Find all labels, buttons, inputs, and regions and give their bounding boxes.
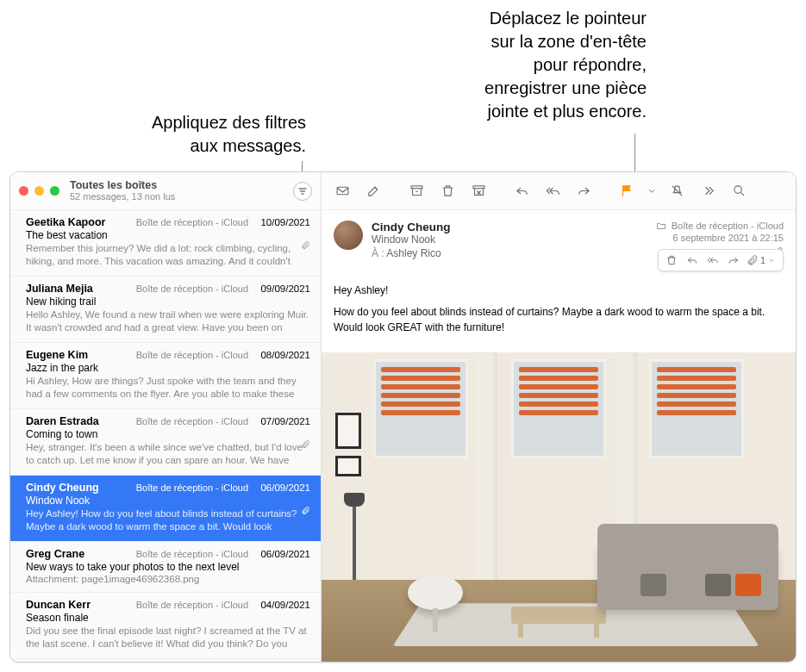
hover-action-toolbar: 1 [658, 249, 784, 271]
row-preview: Hey, stranger. It's been a while since w… [26, 441, 310, 467]
to-line: À : Ashley Rico [372, 247, 647, 259]
svg-rect-2 [473, 186, 484, 189]
row-date: 04/09/2021 [255, 600, 310, 610]
mark-read-button[interactable] [330, 179, 354, 203]
forward-button[interactable] [572, 179, 596, 203]
message-row[interactable]: Eugene Kim Boîte de réception - iCloud 0… [10, 659, 321, 662]
row-preview: Hey Ashley! How do you feel about blinds… [26, 507, 310, 533]
from-name: Cindy Cheung [372, 221, 647, 233]
mute-button[interactable] [665, 179, 689, 203]
paperclip-icon [301, 505, 310, 518]
message-row[interactable]: Greg Crane Boîte de réception - iCloud 0… [10, 542, 321, 593]
row-folder: Boîte de réception - iCloud [136, 600, 248, 610]
row-folder: Boîte de réception - iCloud [136, 482, 248, 493]
message-row[interactable]: Eugene Kim Boîte de réception - iCloud 0… [10, 343, 321, 409]
message-header: Cindy Cheung Window Nook À : Ashley Rico… [322, 210, 796, 266]
filter-icon [297, 186, 308, 196]
mail-window: Toutes les boîtes 52 messages, 13 non lu… [9, 171, 797, 663]
message-row[interactable]: Cindy Cheung Boîte de réception - iCloud… [10, 476, 321, 542]
zoom-window-button[interactable] [50, 186, 59, 196]
row-subject: Jazz in the park [26, 362, 310, 374]
header-subject: Window Nook [372, 233, 647, 246]
row-subject: Coming to town [26, 428, 310, 440]
window-controls [19, 186, 59, 196]
hover-reply-all-button[interactable] [703, 252, 722, 269]
message-row[interactable]: Duncan Kerr Boîte de réception - iCloud … [10, 593, 321, 659]
main-toolbar [322, 172, 796, 210]
row-subject: Window Nook [26, 495, 310, 507]
row-folder: Boîte de réception - iCloud [136, 350, 248, 360]
row-subject: Season finale [26, 612, 310, 624]
callout-filter: Appliquez des filtres aux messages. [103, 111, 306, 158]
hover-attachments-button[interactable]: 1 [745, 254, 779, 266]
row-preview: Did you see the final episode last night… [26, 625, 310, 650]
search-button[interactable] [727, 179, 751, 203]
body-greeting: Hey Ashley! [334, 283, 784, 298]
row-subject: The best vacation [26, 229, 310, 241]
row-sender: Eugene Kim [26, 349, 136, 361]
attachment-image[interactable] [322, 352, 796, 662]
minimize-window-button[interactable] [34, 186, 44, 196]
row-sender: Greg Crane [26, 548, 136, 560]
row-date: 06/09/2021 [255, 549, 310, 559]
message-folder-label: Boîte de réception - iCloud [672, 221, 784, 231]
reply-all-button[interactable] [540, 179, 565, 203]
sidebar-titlebar: Toutes les boîtes 52 messages, 13 non lu… [10, 172, 321, 210]
row-folder: Boîte de réception - iCloud [136, 283, 248, 294]
row-attachment-line: Attachment: page1image46962368.png [26, 574, 310, 584]
body-text: How do you feel about blinds instead of … [334, 305, 784, 335]
mailbox-info: Toutes les boîtes 52 messages, 13 non lu… [70, 179, 293, 202]
row-sender: Geetika Kapoor [26, 216, 136, 228]
hover-delete-button[interactable] [662, 252, 681, 269]
row-preview: Remember this journey? We did a lot: roc… [26, 242, 310, 268]
hover-attachment-count: 1 [760, 255, 765, 265]
message-row[interactable]: Juliana Mejia Boîte de réception - iClou… [10, 277, 321, 343]
message-list[interactable]: Geetika Kapoor Boîte de réception - iClo… [10, 210, 321, 662]
compose-button[interactable] [361, 179, 385, 203]
row-preview: Hi Ashley, How are things? Just spoke wi… [26, 375, 310, 401]
row-folder: Boîte de réception - iCloud [136, 217, 248, 227]
hover-reply-button[interactable] [683, 252, 702, 269]
paperclip-icon [301, 439, 310, 451]
row-sender: Juliana Mejia [26, 283, 136, 295]
mailbox-title: Toutes les boîtes [70, 179, 293, 191]
row-subject: New hiking trail [26, 296, 310, 308]
message-row[interactable]: Geetika Kapoor Boîte de réception - iClo… [10, 210, 321, 277]
row-date: 10/09/2021 [255, 217, 310, 227]
paperclip-icon [301, 240, 310, 252]
mailbox-subtitle: 52 messages, 13 non lus [70, 191, 293, 202]
row-date: 09/09/2021 [255, 283, 310, 294]
row-date: 08/09/2021 [255, 350, 310, 360]
junk-button[interactable] [466, 179, 490, 203]
hover-forward-button[interactable] [724, 252, 743, 269]
svg-rect-1 [411, 186, 422, 189]
message-datetime: 6 septembre 2021 à 22:15 [656, 233, 784, 243]
reading-pane: Cindy Cheung Window Nook À : Ashley Rico… [322, 172, 796, 662]
to-name: Ashley Rico [386, 247, 440, 259]
row-sender: Duncan Kerr [26, 599, 136, 611]
message-folder: Boîte de réception - iCloud [656, 221, 784, 231]
flag-button[interactable] [615, 179, 639, 203]
folder-icon [656, 221, 666, 231]
more-toolbar-button[interactable] [696, 179, 720, 203]
filter-button[interactable] [293, 182, 312, 201]
message-body: Hey Ashley! How do you feel about blinds… [322, 266, 796, 352]
row-sender: Cindy Cheung [26, 482, 136, 494]
row-date: 07/09/2021 [255, 416, 310, 426]
to-label: À : [372, 247, 384, 259]
row-date: 06/09/2021 [255, 482, 310, 493]
reply-button[interactable] [509, 179, 534, 203]
svg-point-3 [734, 186, 741, 194]
row-folder: Boîte de réception - iCloud [136, 416, 248, 426]
close-window-button[interactable] [19, 186, 28, 196]
callout-hover: Déplacez le pointeur sur la zone d'en-tê… [341, 7, 647, 123]
svg-rect-0 [337, 187, 348, 195]
sender-avatar[interactable] [334, 221, 363, 250]
archive-button[interactable] [404, 179, 428, 203]
row-preview: Hello Ashley, We found a new trail when … [26, 308, 310, 334]
row-sender: Daren Estrada [26, 415, 136, 427]
message-row[interactable]: Daren Estrada Boîte de réception - iClou… [10, 409, 321, 476]
flag-menu-button[interactable] [646, 179, 658, 203]
message-list-pane: Toutes les boîtes 52 messages, 13 non lu… [10, 172, 322, 662]
delete-button[interactable] [435, 179, 459, 203]
